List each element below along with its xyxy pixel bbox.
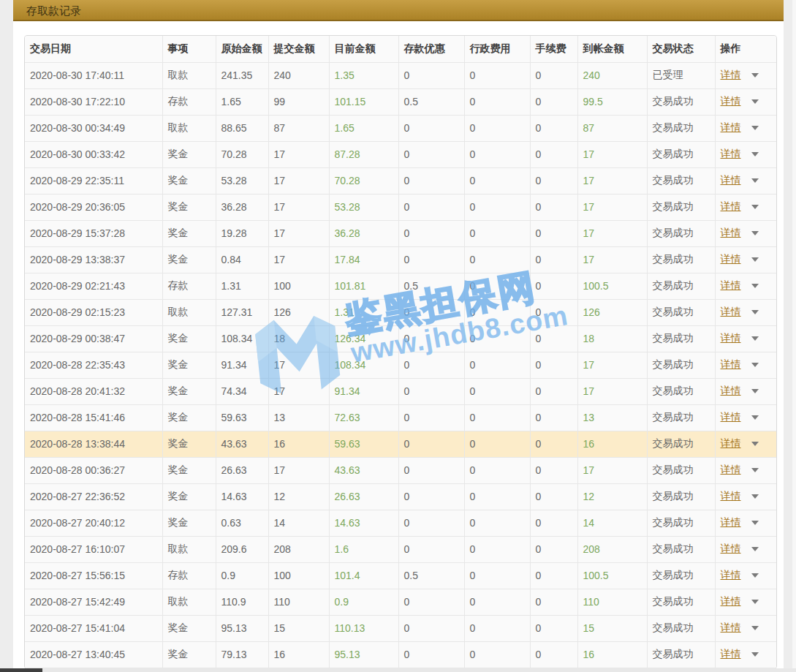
cell-original-amount: 108.34: [216, 325, 268, 352]
table-row: 2020-08-28 15:41:46 奖金 59.63 13 72.63 0 …: [25, 404, 776, 431]
vertical-scrollbar[interactable]: [792, 0, 796, 672]
cell-action: 详情: [715, 220, 776, 246]
cell-date: 2020-08-28 20:41:32: [25, 378, 162, 404]
table-row: 2020-08-28 13:38:44 奖金 43.63 16 59.63 0 …: [25, 431, 776, 457]
detail-link[interactable]: 详情: [721, 306, 741, 317]
detail-link[interactable]: 详情: [721, 569, 741, 581]
detail-link[interactable]: 详情: [721, 490, 741, 502]
cell-date: 2020-08-30 17:22:10: [25, 88, 162, 115]
detail-link[interactable]: 详情: [721, 543, 741, 554]
cell-original-amount: 110.9: [216, 589, 268, 615]
detail-link[interactable]: 详情: [721, 595, 741, 607]
cell-action: 详情: [715, 589, 776, 615]
chevron-down-icon[interactable]: [751, 468, 759, 472]
cell-submitted-amount: 100: [268, 562, 329, 589]
cell-submitted-amount: 16: [268, 431, 329, 457]
cell-date: 2020-08-28 15:41:46: [25, 404, 162, 431]
detail-link[interactable]: 详情: [721, 227, 741, 238]
cell-current-amount: 1.31: [329, 299, 398, 325]
cell-original-amount: 74.34: [216, 378, 268, 404]
chevron-down-icon[interactable]: [751, 126, 759, 130]
cell-credited-amount: 17: [577, 457, 647, 483]
chevron-down-icon[interactable]: [751, 626, 759, 630]
detail-link[interactable]: 详情: [721, 358, 741, 370]
cell-fee: 0: [530, 510, 577, 536]
detail-link[interactable]: 详情: [721, 622, 741, 633]
cell-current-amount: 53.28: [329, 194, 398, 220]
cell-credited-amount: 13: [577, 404, 647, 431]
cell-status: 交易成功: [647, 88, 715, 115]
table-row: 2020-08-27 15:56:15 存款 0.9 100 101.4 0.5…: [25, 562, 776, 589]
detail-link[interactable]: 详情: [721, 464, 741, 475]
chevron-down-icon[interactable]: [751, 99, 759, 104]
detail-link[interactable]: 详情: [721, 411, 741, 423]
cell-original-amount: 36.28: [216, 194, 268, 220]
cell-status: 交易成功: [647, 431, 715, 457]
cell-fee: 0: [530, 141, 577, 167]
chevron-down-icon[interactable]: [751, 73, 759, 78]
detail-link[interactable]: 详情: [721, 648, 741, 660]
chevron-down-icon[interactable]: [751, 415, 759, 420]
chevron-down-icon[interactable]: [751, 310, 759, 314]
panel-titlebar: 存取款记录: [13, 0, 784, 21]
chevron-down-icon[interactable]: [751, 573, 759, 578]
cell-credited-amount: 17: [577, 167, 647, 194]
cell-admin-fee: 0: [464, 483, 530, 510]
detail-link[interactable]: 详情: [721, 253, 741, 265]
chevron-down-icon[interactable]: [751, 442, 759, 446]
column-header-deposit_bonus: 存款优惠: [398, 36, 464, 62]
chevron-down-icon[interactable]: [751, 600, 759, 604]
cell-status: 交易成功: [647, 589, 715, 615]
column-header-status: 交易状态: [647, 36, 715, 62]
detail-link[interactable]: 详情: [721, 121, 741, 133]
cell-current-amount: 101.15: [329, 88, 398, 115]
detail-link[interactable]: 详情: [721, 200, 741, 212]
detail-link[interactable]: 详情: [721, 437, 741, 449]
detail-link[interactable]: 详情: [721, 174, 741, 186]
chevron-down-icon[interactable]: [751, 389, 759, 393]
chevron-down-icon[interactable]: [751, 547, 759, 551]
records-table-wrap: 交易日期事项原始金额提交金额目前金额存款优惠行政费用手续费到帐金额交易状态操作 …: [24, 35, 777, 669]
cell-action: 详情: [715, 483, 776, 510]
detail-link[interactable]: 详情: [721, 332, 741, 344]
cell-fee: 0: [530, 194, 577, 220]
chevron-down-icon[interactable]: [751, 336, 759, 341]
chevron-down-icon[interactable]: [751, 521, 759, 525]
chevron-down-icon[interactable]: [751, 257, 759, 262]
cell-fee: 0: [530, 88, 577, 115]
chevron-down-icon[interactable]: [751, 284, 759, 288]
chevron-down-icon[interactable]: [751, 652, 759, 657]
cell-fee: 0: [530, 589, 577, 615]
detail-link[interactable]: 详情: [721, 95, 741, 107]
horizontal-scrollbar-thumb[interactable]: [0, 668, 42, 672]
detail-link[interactable]: 详情: [721, 279, 741, 291]
detail-link[interactable]: 详情: [721, 148, 741, 159]
cell-admin-fee: 0: [464, 457, 530, 483]
cell-action: 详情: [715, 246, 776, 273]
chevron-down-icon[interactable]: [751, 494, 759, 499]
detail-link[interactable]: 详情: [721, 385, 741, 396]
chevron-down-icon[interactable]: [751, 152, 759, 156]
chevron-down-icon[interactable]: [751, 231, 759, 235]
cell-current-amount: 59.63: [329, 431, 398, 457]
chevron-down-icon[interactable]: [751, 363, 759, 367]
cell-date: 2020-08-28 13:38:44: [25, 431, 162, 457]
chevron-down-icon[interactable]: [751, 178, 759, 183]
cell-current-amount: 0.9: [329, 589, 398, 615]
horizontal-scrollbar[interactable]: [0, 668, 796, 672]
cell-original-amount: 88.65: [216, 115, 268, 141]
cell-item: 取款: [162, 62, 216, 88]
cell-credited-amount: 208: [577, 536, 647, 562]
cell-date: 2020-08-27 15:42:49: [25, 589, 162, 615]
table-row: 2020-08-28 22:35:43 奖金 91.34 17 108.34 0…: [25, 352, 776, 378]
cell-status: 已受理: [647, 62, 715, 88]
cell-fee: 0: [530, 167, 577, 194]
cell-submitted-amount: 17: [268, 167, 329, 194]
cell-fee: 0: [530, 536, 577, 562]
chevron-down-icon[interactable]: [751, 205, 759, 209]
detail-link[interactable]: 详情: [721, 516, 741, 528]
cell-fee: 0: [530, 299, 577, 325]
table-row: 2020-08-27 15:42:49 取款 110.9 110 0.9 0 0…: [25, 589, 776, 615]
cell-credited-amount: 126: [577, 299, 647, 325]
detail-link[interactable]: 详情: [721, 69, 741, 80]
